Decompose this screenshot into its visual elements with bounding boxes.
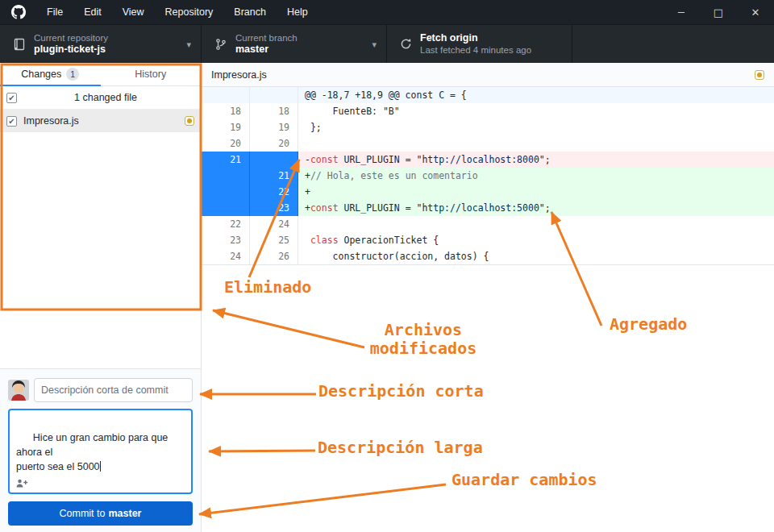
modified-dot-icon — [755, 70, 764, 80]
diff-file-header: Impresora.js — [202, 63, 774, 87]
commit-description-text: Hice un gran cambio para que ahora el pu… — [16, 432, 171, 472]
current-branch-dropdown[interactable]: Current branch master ▾ — [202, 25, 387, 63]
current-branch-label: Current branch — [235, 32, 298, 44]
code-line: class OperacionTicket { — [298, 232, 774, 248]
fetch-origin-button[interactable]: Fetch origin Last fetched 4 minutes ago — [387, 25, 572, 63]
avatar — [8, 380, 29, 401]
menu-branch[interactable]: Branch — [223, 0, 277, 24]
commit-form: Hice un gran cambio para que ahora el pu… — [0, 368, 201, 532]
diff-row[interactable]: 2426 constructor(accion, datos) { — [202, 248, 774, 264]
diff-row[interactable]: 23+const URL_PLUGIN = "http://localhost:… — [202, 200, 774, 216]
commit-button[interactable]: Commit to master — [8, 501, 193, 526]
fetch-origin-subtitle: Last fetched 4 minutes ago — [420, 44, 531, 56]
new-line-number[interactable]: 22 — [250, 184, 298, 200]
diff-row[interactable]: 21+// Hola, este es un comentario — [202, 168, 774, 184]
new-line-number[interactable]: 23 — [250, 200, 298, 216]
commit-button-branch: master — [108, 508, 141, 519]
new-line-number[interactable]: 25 — [250, 232, 298, 248]
diff-row[interactable]: 1818 FuenteB: "B" — [202, 103, 774, 119]
menu-help[interactable]: Help — [277, 0, 318, 24]
file-row-impresora[interactable]: ✔ Impresora.js — [0, 110, 201, 132]
diff-pane: Impresora.js @@ -18,7 +18,9 @@ const C =… — [202, 63, 774, 532]
person-plus-icon[interactable] — [16, 479, 28, 488]
tab-history[interactable]: History — [101, 63, 202, 85]
menu-file[interactable]: File — [36, 0, 73, 24]
new-line-number[interactable]: 24 — [250, 216, 298, 232]
minimize-button[interactable]: ─ — [663, 0, 700, 24]
git-branch-icon — [214, 38, 227, 51]
menu-bar: FileEditViewRepositoryBranchHelp — [36, 0, 318, 24]
old-line-number[interactable]: 21 — [202, 152, 250, 168]
old-line-number[interactable] — [202, 168, 250, 184]
sidebar-tabs: Changes 1 History — [0, 63, 201, 86]
diff-row[interactable]: 2224 — [202, 216, 774, 232]
file-name: Impresora.js — [23, 115, 178, 127]
current-repository-label: Current repository — [34, 32, 108, 44]
old-line-number[interactable] — [202, 87, 250, 103]
diff-row[interactable]: 1919 }; — [202, 119, 774, 135]
file-checkbox[interactable]: ✔ — [6, 116, 17, 127]
fetch-origin-title: Fetch origin — [420, 32, 531, 45]
diff-row[interactable]: 2020 — [202, 135, 774, 152]
chevron-down-icon: ▾ — [372, 39, 377, 49]
old-line-number[interactable] — [202, 184, 250, 200]
new-line-number[interactable]: 21 — [250, 168, 298, 184]
window-controls: ─ □ ✕ — [663, 0, 774, 24]
new-line-number[interactable]: 26 — [250, 248, 298, 264]
menu-view[interactable]: View — [112, 0, 155, 24]
close-button[interactable]: ✕ — [737, 0, 774, 24]
code-line — [298, 135, 774, 152]
toolbar: Current repository plugin-ticket-js ▾ Cu… — [0, 24, 774, 63]
new-line-number[interactable]: 20 — [250, 135, 298, 152]
diff-row[interactable]: 22+ — [202, 184, 774, 200]
code-line: FuenteB: "B" — [298, 103, 774, 119]
code-line: @@ -18,7 +18,9 @@ const C = { — [298, 87, 774, 103]
repository-icon — [13, 38, 26, 51]
old-line-number[interactable]: 23 — [202, 232, 250, 248]
maximize-button[interactable]: □ — [700, 0, 737, 24]
code-line — [298, 216, 774, 232]
changes-sidebar: Changes 1 History ✔ 1 changed file ✔ Imp… — [0, 63, 202, 532]
text-cursor — [100, 461, 101, 472]
code-line: constructor(accion, datos) { — [298, 248, 774, 264]
commit-summary-input[interactable] — [34, 378, 193, 402]
code-line: + — [298, 184, 774, 200]
code-line: +const URL_PLUGIN = "http://localhost:50… — [298, 200, 774, 216]
github-logo-icon — [11, 5, 26, 19]
new-line-number[interactable] — [250, 87, 298, 103]
old-line-number[interactable]: 24 — [202, 248, 250, 264]
menu-edit[interactable]: Edit — [73, 0, 112, 24]
diff-row[interactable]: @@ -18,7 +18,9 @@ const C = { — [202, 87, 774, 103]
chevron-down-icon: ▾ — [186, 39, 191, 49]
old-line-number[interactable]: 18 — [202, 103, 250, 119]
old-line-number[interactable]: 22 — [202, 216, 250, 232]
code-line: }; — [298, 119, 774, 135]
diff-file-name: Impresora.js — [211, 69, 267, 81]
diff-row[interactable]: 21-const URL_PLUGIN = "http://localhost:… — [202, 152, 774, 168]
changed-files-summary-row: ✔ 1 changed file — [0, 86, 201, 110]
tab-changes[interactable]: Changes 1 — [0, 63, 101, 85]
menu-repository[interactable]: Repository — [155, 0, 224, 24]
code-line: -const URL_PLUGIN = "http://localhost:80… — [298, 152, 774, 168]
old-line-number[interactable]: 19 — [202, 119, 250, 135]
old-line-number[interactable] — [202, 200, 250, 216]
diff-rows: @@ -18,7 +18,9 @@ const C = {1818 Fuente… — [202, 87, 774, 265]
current-repository-value: plugin-ticket-js — [34, 44, 108, 56]
diff-row[interactable]: 2325 class OperacionTicket { — [202, 232, 774, 248]
sync-icon — [400, 38, 412, 50]
select-all-checkbox[interactable]: ✔ — [6, 93, 17, 103]
new-line-number[interactable]: 19 — [250, 119, 298, 135]
new-line-number[interactable]: 18 — [250, 103, 298, 119]
current-repository-dropdown[interactable]: Current repository plugin-ticket-js ▾ — [0, 25, 202, 63]
commit-description-field[interactable]: Hice un gran cambio para que ahora el pu… — [8, 409, 193, 494]
new-line-number[interactable] — [250, 152, 298, 168]
tab-changes-label: Changes — [21, 69, 61, 80]
modified-dot-icon — [185, 116, 194, 126]
changed-files-summary: 1 changed file — [17, 92, 194, 103]
old-line-number[interactable]: 20 — [202, 135, 250, 152]
title-bar: FileEditViewRepositoryBranchHelp ─ □ ✕ — [0, 0, 774, 24]
code-line: +// Hola, este es un comentario — [298, 168, 774, 184]
changes-count-badge: 1 — [66, 68, 79, 81]
current-branch-value: master — [235, 44, 298, 56]
commit-button-prefix: Commit to — [60, 508, 106, 519]
